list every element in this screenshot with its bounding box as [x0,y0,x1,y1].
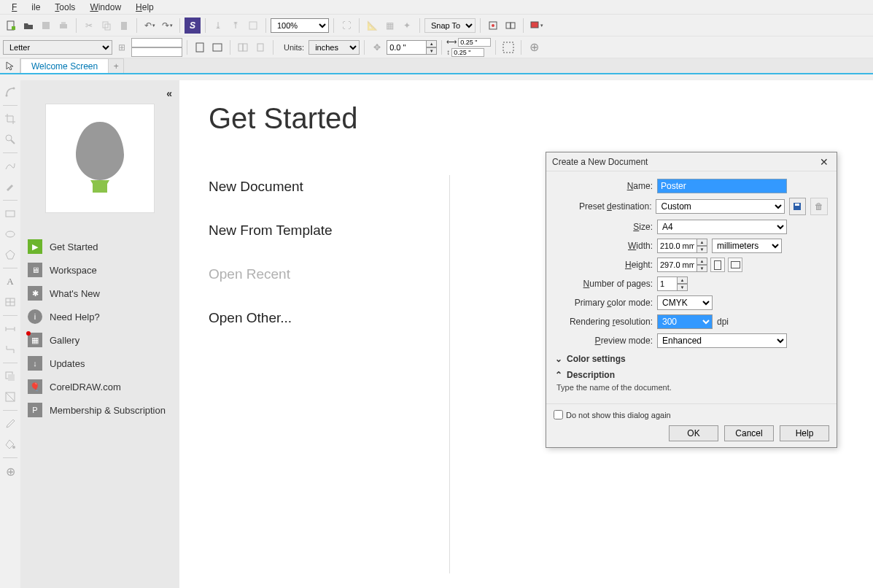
zoom-tool-icon[interactable] [1,131,19,148]
ok-button[interactable]: OK [669,425,718,441]
polygon-tool-icon[interactable] [1,246,19,263]
add-icon[interactable]: ⊕ [526,39,542,55]
dimension-tool-icon[interactable] [1,320,19,338]
artistic-media-icon[interactable] [1,178,19,196]
menu-help[interactable]: Help [128,1,161,14]
dup-y-input[interactable] [451,48,484,57]
side-gallery[interactable]: ▦Gallery [20,328,179,352]
delete-preset-icon[interactable]: 🗑 [810,198,828,215]
rulers-icon[interactable]: 📐 [364,18,380,34]
shape-tool-icon[interactable] [1,83,19,101]
undo-icon[interactable]: ↶ [141,18,158,34]
rectangle-tool-icon[interactable] [1,205,19,223]
text-tool-icon[interactable]: A [1,273,19,290]
size-select[interactable]: A4 [657,220,787,234]
collapse-icon[interactable]: « [166,88,172,99]
page-width-input[interactable] [131,38,182,47]
options-icon-1[interactable] [485,18,501,34]
pages-input[interactable] [657,276,678,291]
save-preset-icon[interactable] [789,198,807,215]
side-workspace[interactable]: 🖥Workspace [20,258,179,282]
height-input[interactable] [657,258,697,272]
close-icon[interactable]: ✕ [818,155,831,169]
landscape-icon[interactable] [209,39,225,55]
grid-icon[interactable]: ▦ [381,18,397,34]
publish-pdf-icon[interactable] [245,18,261,34]
connector-tool-icon[interactable] [1,341,19,358]
menu-tools[interactable]: Tools [47,1,82,14]
zoom-select[interactable]: 100% [271,18,329,33]
description-section[interactable]: ⌃Description [555,370,828,380]
width-units-select[interactable]: millimeters [712,239,782,253]
portrait-orient-icon[interactable] [710,258,725,272]
menu-window[interactable]: Window [82,1,128,14]
help-button[interactable]: Help [780,425,829,441]
ellipse-tool-icon[interactable] [1,225,19,243]
quick-customize-icon[interactable]: ⊕ [1,463,19,480]
launch-icon[interactable] [528,18,544,34]
crop-tool-icon[interactable] [1,110,19,128]
menu-file[interactable]: File [4,1,47,14]
width-input[interactable] [657,239,697,253]
units-select[interactable]: inches [309,40,360,55]
color-settings-section[interactable]: ⌄Color settings [555,354,828,364]
dropshadow-tool-icon[interactable] [1,368,19,385]
fill-tool-icon[interactable] [1,436,19,453]
treat-as-filled-icon[interactable] [500,39,516,55]
side-need-help[interactable]: iNeed Help? [20,305,179,328]
side-membership[interactable]: PMembership & Subscription [20,398,179,422]
transparency-tool-icon[interactable] [1,388,19,406]
nudge-input[interactable] [387,40,427,55]
svg-point-10 [492,24,494,27]
side-corel[interactable]: 🎈CorelDRAW.com [20,375,179,398]
side-whats-new[interactable]: ✱What's New [20,282,179,305]
print-icon[interactable] [55,18,71,34]
fullscreen-icon[interactable]: ⛶ [338,18,354,34]
tab-bar: Welcome Screen + [0,58,873,74]
paste-icon[interactable] [116,18,132,34]
open-icon[interactable] [20,18,36,34]
svg-rect-17 [243,44,247,51]
portrait-icon[interactable] [192,39,208,55]
cancel-button[interactable]: Cancel [724,425,774,441]
search-content-icon[interactable]: S [185,18,201,34]
new-doc-icon[interactable] [3,18,19,34]
options-icon-2[interactable] [503,18,519,34]
label-preview: Preview mode: [555,336,657,346]
svg-point-20 [6,95,8,97]
pick-tool-icon[interactable] [0,58,20,73]
color-mode-select[interactable]: CMYK [657,295,713,310]
side-get-started[interactable]: ▶Get Started [20,235,179,258]
tab-welcome[interactable]: Welcome Screen [20,58,109,73]
dont-show-checkbox[interactable]: Do not show this dialog again [554,410,671,419]
preview-select[interactable]: Enhanced [657,333,787,348]
tab-add-icon[interactable]: + [108,58,124,73]
side-updates[interactable]: ↓Updates [20,352,179,375]
redo-icon[interactable]: ↷ [159,18,175,34]
page-size-select[interactable]: Letter [3,40,112,55]
cut-icon[interactable]: ✂ [81,18,97,34]
svg-rect-19 [503,42,513,53]
save-icon[interactable] [38,18,54,34]
preset-select[interactable]: Custom [656,199,784,214]
snap-to-select[interactable]: Snap To [424,18,476,33]
dialog-title: Create a New Document [552,157,648,167]
guidelines-icon[interactable]: ✦ [399,18,415,34]
resolution-select[interactable]: 300 [657,314,713,329]
label-pages: Number of pages: [555,279,657,289]
freehand-tool-icon[interactable] [1,158,19,175]
current-page-icon[interactable] [252,39,268,55]
table-tool-icon[interactable] [1,293,19,311]
page-height-input[interactable] [131,47,182,57]
label-width: Width: [555,241,657,251]
import-icon[interactable]: ⤓ [210,18,226,34]
name-input[interactable] [657,179,787,193]
eyedropper-tool-icon[interactable] [1,415,19,433]
copy-icon[interactable] [98,18,115,34]
landscape-orient-icon[interactable] [728,258,742,272]
dup-x-input[interactable] [458,38,491,47]
all-pages-icon[interactable] [235,39,251,55]
label-name: Name: [555,181,657,191]
export-icon[interactable]: ⤒ [228,18,244,34]
corel-logo [45,104,155,213]
